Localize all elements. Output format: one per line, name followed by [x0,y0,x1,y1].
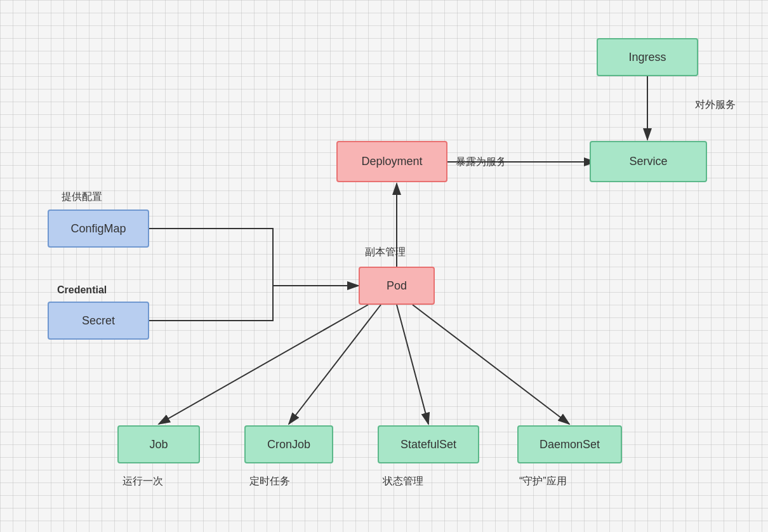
configmap-node: ConfigMap [48,209,149,248]
pod-label: Pod [387,279,407,293]
ingress-label: Ingress [628,51,666,64]
daemonset-node: DaemonSet [517,425,622,463]
label-tigongpeizhi: 提供配置 [62,190,102,204]
statefulset-node: StatefulSet [378,425,479,463]
label-credential: Credential [57,284,107,296]
deployment-label: Deployment [361,155,422,168]
statefulset-label: StatefulSet [401,438,456,451]
label-yunyingyi: 运行一次 [122,475,163,488]
pod-node: Pod [359,267,435,305]
svg-line-6 [397,305,428,424]
label-zhuangtai: 状态管理 [383,475,423,488]
diagram-canvas: Ingress Service Deployment Pod ConfigMap… [0,0,768,532]
cronjob-node: CronJob [244,425,333,463]
job-label: Job [149,438,168,451]
daemonset-label: DaemonSet [540,438,600,451]
deployment-node: Deployment [336,141,447,182]
svg-line-5 [289,305,381,424]
service-label: Service [629,155,667,168]
configmap-label: ConfigMap [70,222,126,236]
svg-line-4 [159,305,368,424]
label-baoluwei: 暴露为服务 [456,156,506,169]
label-hushi: “守护”应用 [519,475,567,488]
cronjob-label: CronJob [267,438,310,451]
label-duiwai: 对外服务 [695,98,736,112]
job-node: Job [117,425,200,463]
secret-node: Secret [48,302,149,340]
label-fuben: 副本管理 [365,246,406,259]
svg-line-7 [413,305,569,424]
secret-label: Secret [82,314,115,328]
ingress-node: Ingress [597,38,698,76]
service-node: Service [590,141,707,182]
label-dingshi: 定时任务 [249,475,290,488]
